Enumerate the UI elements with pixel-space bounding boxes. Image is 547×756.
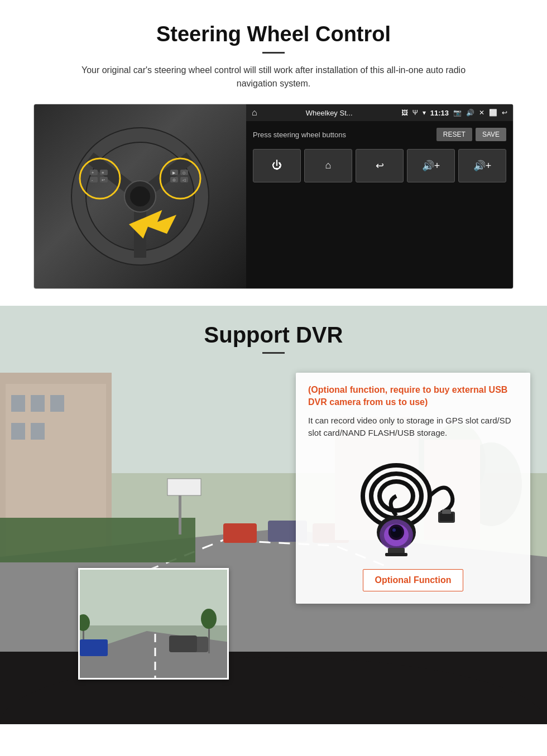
press-instruction: Press steering wheel buttons	[253, 131, 346, 139]
svg-rect-36	[0, 518, 195, 562]
svg-text:+: +	[92, 171, 94, 175]
volume-icon: 🔊	[466, 109, 474, 117]
android-content: Press steering wheel buttons RESET SAVE …	[246, 121, 513, 288]
dvr-thumbnail	[78, 568, 229, 680]
svg-text:↩: ↩	[102, 178, 105, 182]
status-icons: ▾ 11:13 📷 🔊 ✕ ⬜ ↩	[423, 109, 507, 117]
svg-rect-32	[31, 395, 45, 412]
dvr-title-divider	[262, 352, 285, 354]
steering-wheel-image: + - ≡ ↩ ▶ ⊙ ◇ ◁	[56, 118, 224, 275]
dvr-camera-svg	[352, 451, 474, 557]
optional-function-button[interactable]: Optional Function	[363, 569, 463, 591]
steering-description: Your original car's steering wheel contr…	[78, 64, 469, 90]
dvr-title-area: Support DVR	[0, 322, 547, 354]
title-divider	[262, 52, 285, 54]
steering-section: Steering Wheel Control Your original car…	[0, 0, 547, 306]
camera-icon: 📷	[453, 109, 462, 117]
steering-image-container: + - ≡ ↩ ▶ ⊙ ◇ ◁	[33, 104, 514, 289]
usb-icon: Ψ	[412, 109, 418, 117]
svg-rect-34	[11, 423, 25, 440]
dvr-info-card: (Optional function, require to buy exter…	[296, 373, 530, 604]
svg-rect-33	[50, 395, 64, 412]
home-button[interactable]: ⌂	[304, 149, 352, 182]
android-status-bar: ⌂ Wheelkey St... 🖼 Ψ ▾ 11:13 📷 🔊 ✕ ⬜ ↩	[246, 104, 513, 121]
reset-button[interactable]: RESET	[436, 128, 472, 141]
svg-point-70	[391, 527, 402, 538]
svg-point-71	[392, 528, 396, 532]
svg-point-57	[201, 609, 217, 629]
back-button[interactable]: ↩	[356, 149, 404, 182]
dvr-thumbnail-image	[80, 570, 229, 680]
button-group: RESET SAVE	[436, 128, 506, 141]
dvr-optional-note: (Optional function, require to buy exter…	[308, 384, 518, 409]
svg-text:⊙: ⊙	[172, 178, 176, 182]
dvr-camera-image	[308, 449, 518, 560]
sd-icon: 🖼	[401, 109, 408, 117]
power-button[interactable]: ⏻	[253, 149, 301, 182]
mirror-icon: ⬜	[489, 109, 497, 117]
svg-rect-44	[167, 479, 201, 495]
svg-point-7	[130, 186, 150, 206]
home-icon: ⌂	[252, 108, 257, 118]
svg-rect-63	[440, 513, 453, 521]
vol-up2-button[interactable]: 🔊+	[458, 149, 506, 182]
dvr-description: It can record video only to storage in G…	[308, 415, 518, 440]
button-grid: ⏻ ⌂ ↩ 🔊+ 🔊+	[253, 149, 506, 182]
svg-rect-53	[169, 635, 197, 652]
svg-rect-73	[385, 553, 407, 556]
dvr-section: Support DVR (Optional function, require …	[0, 306, 547, 724]
svg-rect-31	[11, 395, 25, 412]
bottom-area	[0, 724, 547, 756]
steering-photo: + - ≡ ↩ ▶ ⊙ ◇ ◁	[34, 104, 246, 288]
svg-rect-37	[223, 523, 257, 543]
vol-up-button[interactable]: 🔊+	[407, 149, 455, 182]
status-time: 11:13	[430, 109, 449, 117]
wifi-icon: ▾	[423, 109, 426, 117]
close-icon: ✕	[479, 109, 484, 117]
svg-rect-64	[442, 509, 451, 514]
save-button[interactable]: SAVE	[476, 128, 506, 141]
app-name: Wheelkey St...	[262, 109, 397, 117]
svg-text:≡: ≡	[102, 171, 104, 175]
svg-rect-58	[80, 639, 108, 656]
steering-control-header: Press steering wheel buttons RESET SAVE	[253, 128, 506, 141]
svg-rect-35	[31, 423, 45, 440]
android-screen: ⌂ Wheelkey St... 🖼 Ψ ▾ 11:13 📷 🔊 ✕ ⬜ ↩ P…	[246, 104, 513, 288]
back-icon: ↩	[502, 109, 507, 117]
steering-title: Steering Wheel Control	[33, 22, 514, 46]
dvr-title: Support DVR	[0, 322, 547, 348]
